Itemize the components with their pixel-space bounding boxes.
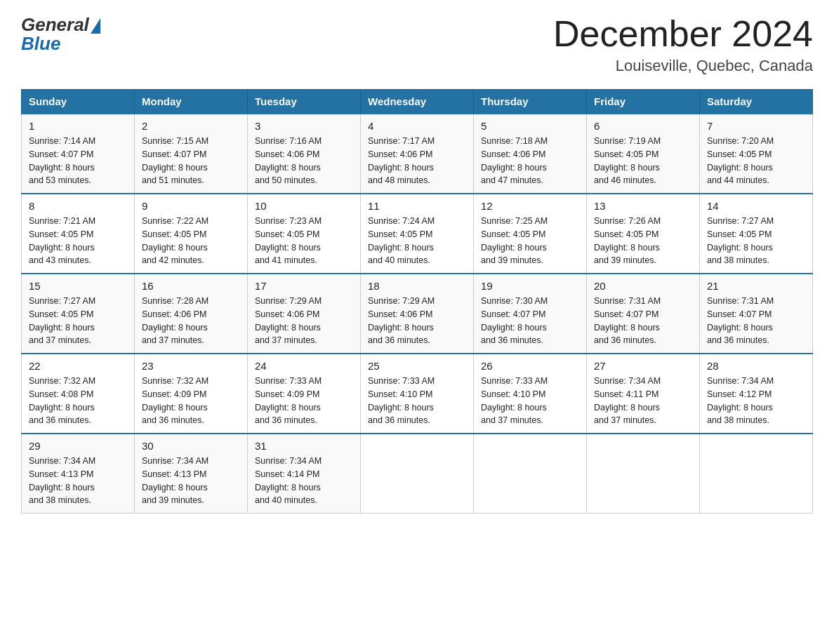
- calendar-day-cell: 21 Sunrise: 7:31 AM Sunset: 4:07 PM Dayl…: [700, 274, 813, 354]
- day-number: 30: [142, 440, 240, 452]
- day-number: 16: [142, 280, 240, 292]
- day-number: 6: [594, 120, 692, 132]
- day-info: Sunrise: 7:31 AM Sunset: 4:07 PM Dayligh…: [594, 295, 692, 347]
- day-number: 19: [481, 280, 579, 292]
- calendar-day-cell: 5 Sunrise: 7:18 AM Sunset: 4:06 PM Dayli…: [474, 114, 587, 194]
- calendar-day-cell: [587, 434, 700, 514]
- day-info: Sunrise: 7:30 AM Sunset: 4:07 PM Dayligh…: [481, 295, 579, 347]
- calendar-day-cell: 22 Sunrise: 7:32 AM Sunset: 4:08 PM Dayl…: [22, 354, 135, 434]
- calendar-day-cell: 16 Sunrise: 7:28 AM Sunset: 4:06 PM Dayl…: [135, 274, 248, 354]
- calendar-week-row: 29 Sunrise: 7:34 AM Sunset: 4:13 PM Dayl…: [22, 434, 813, 514]
- calendar-day-cell: 12 Sunrise: 7:25 AM Sunset: 4:05 PM Dayl…: [474, 194, 587, 274]
- day-info: Sunrise: 7:34 AM Sunset: 4:14 PM Dayligh…: [255, 455, 353, 507]
- day-info: Sunrise: 7:33 AM Sunset: 4:09 PM Dayligh…: [255, 375, 353, 427]
- day-number: 9: [142, 200, 240, 212]
- day-info: Sunrise: 7:24 AM Sunset: 4:05 PM Dayligh…: [368, 215, 466, 267]
- day-number: 26: [481, 360, 579, 372]
- col-header-saturday: Saturday: [700, 90, 813, 114]
- day-number: 3: [255, 120, 353, 132]
- day-info: Sunrise: 7:27 AM Sunset: 4:05 PM Dayligh…: [29, 295, 127, 347]
- calendar-day-cell: 4 Sunrise: 7:17 AM Sunset: 4:06 PM Dayli…: [361, 114, 474, 194]
- day-number: 23: [142, 360, 240, 372]
- title-block: December 2024 Louiseville, Quebec, Canad…: [553, 14, 813, 75]
- day-info: Sunrise: 7:17 AM Sunset: 4:06 PM Dayligh…: [368, 135, 466, 187]
- col-header-wednesday: Wednesday: [361, 90, 474, 114]
- calendar-day-cell: 24 Sunrise: 7:33 AM Sunset: 4:09 PM Dayl…: [248, 354, 361, 434]
- calendar-day-cell: 17 Sunrise: 7:29 AM Sunset: 4:06 PM Dayl…: [248, 274, 361, 354]
- calendar-day-cell: 2 Sunrise: 7:15 AM Sunset: 4:07 PM Dayli…: [135, 114, 248, 194]
- calendar-day-cell: 18 Sunrise: 7:29 AM Sunset: 4:06 PM Dayl…: [361, 274, 474, 354]
- logo-triangle-icon: [91, 18, 100, 34]
- day-info: Sunrise: 7:18 AM Sunset: 4:06 PM Dayligh…: [481, 135, 579, 187]
- calendar-day-cell: 3 Sunrise: 7:16 AM Sunset: 4:06 PM Dayli…: [248, 114, 361, 194]
- calendar-day-cell: 10 Sunrise: 7:23 AM Sunset: 4:05 PM Dayl…: [248, 194, 361, 274]
- day-number: 18: [368, 280, 466, 292]
- calendar-day-cell: 26 Sunrise: 7:33 AM Sunset: 4:10 PM Dayl…: [474, 354, 587, 434]
- calendar-day-cell: 6 Sunrise: 7:19 AM Sunset: 4:05 PM Dayli…: [587, 114, 700, 194]
- day-number: 13: [594, 200, 692, 212]
- day-info: Sunrise: 7:32 AM Sunset: 4:08 PM Dayligh…: [29, 375, 127, 427]
- month-title: December 2024: [553, 14, 813, 54]
- day-info: Sunrise: 7:20 AM Sunset: 4:05 PM Dayligh…: [707, 135, 805, 187]
- day-number: 5: [481, 120, 579, 132]
- day-info: Sunrise: 7:23 AM Sunset: 4:05 PM Dayligh…: [255, 215, 353, 267]
- day-number: 24: [255, 360, 353, 372]
- calendar-day-cell: 13 Sunrise: 7:26 AM Sunset: 4:05 PM Dayl…: [587, 194, 700, 274]
- calendar-day-cell: 28 Sunrise: 7:34 AM Sunset: 4:12 PM Dayl…: [700, 354, 813, 434]
- calendar-day-cell: 11 Sunrise: 7:24 AM Sunset: 4:05 PM Dayl…: [361, 194, 474, 274]
- calendar-day-cell: 19 Sunrise: 7:30 AM Sunset: 4:07 PM Dayl…: [474, 274, 587, 354]
- calendar-day-cell: 15 Sunrise: 7:27 AM Sunset: 4:05 PM Dayl…: [22, 274, 135, 354]
- calendar-week-row: 1 Sunrise: 7:14 AM Sunset: 4:07 PM Dayli…: [22, 114, 813, 194]
- calendar-day-cell: 31 Sunrise: 7:34 AM Sunset: 4:14 PM Dayl…: [248, 434, 361, 514]
- calendar-day-cell: 29 Sunrise: 7:34 AM Sunset: 4:13 PM Dayl…: [22, 434, 135, 514]
- day-number: 1: [29, 120, 127, 132]
- day-info: Sunrise: 7:31 AM Sunset: 4:07 PM Dayligh…: [707, 295, 805, 347]
- day-info: Sunrise: 7:15 AM Sunset: 4:07 PM Dayligh…: [142, 135, 240, 187]
- day-info: Sunrise: 7:33 AM Sunset: 4:10 PM Dayligh…: [368, 375, 466, 427]
- day-number: 29: [29, 440, 127, 452]
- day-number: 14: [707, 200, 805, 212]
- calendar-day-cell: 23 Sunrise: 7:32 AM Sunset: 4:09 PM Dayl…: [135, 354, 248, 434]
- col-header-thursday: Thursday: [474, 90, 587, 114]
- day-number: 28: [707, 360, 805, 372]
- calendar-day-cell: 9 Sunrise: 7:22 AM Sunset: 4:05 PM Dayli…: [135, 194, 248, 274]
- day-number: 25: [368, 360, 466, 372]
- col-header-monday: Monday: [135, 90, 248, 114]
- day-info: Sunrise: 7:19 AM Sunset: 4:05 PM Dayligh…: [594, 135, 692, 187]
- day-info: Sunrise: 7:16 AM Sunset: 4:06 PM Dayligh…: [255, 135, 353, 187]
- day-number: 17: [255, 280, 353, 292]
- day-info: Sunrise: 7:25 AM Sunset: 4:05 PM Dayligh…: [481, 215, 579, 267]
- day-info: Sunrise: 7:27 AM Sunset: 4:05 PM Dayligh…: [707, 215, 805, 267]
- calendar-week-row: 15 Sunrise: 7:27 AM Sunset: 4:05 PM Dayl…: [22, 274, 813, 354]
- day-number: 2: [142, 120, 240, 132]
- calendar-day-cell: 20 Sunrise: 7:31 AM Sunset: 4:07 PM Dayl…: [587, 274, 700, 354]
- day-info: Sunrise: 7:14 AM Sunset: 4:07 PM Dayligh…: [29, 135, 127, 187]
- day-info: Sunrise: 7:32 AM Sunset: 4:09 PM Dayligh…: [142, 375, 240, 427]
- logo-blue-text: Blue: [21, 33, 60, 55]
- day-info: Sunrise: 7:34 AM Sunset: 4:13 PM Dayligh…: [142, 455, 240, 507]
- day-info: Sunrise: 7:34 AM Sunset: 4:11 PM Dayligh…: [594, 375, 692, 427]
- day-number: 11: [368, 200, 466, 212]
- calendar-day-cell: 8 Sunrise: 7:21 AM Sunset: 4:05 PM Dayli…: [22, 194, 135, 274]
- calendar-day-cell: 7 Sunrise: 7:20 AM Sunset: 4:05 PM Dayli…: [700, 114, 813, 194]
- day-number: 4: [368, 120, 466, 132]
- day-info: Sunrise: 7:33 AM Sunset: 4:10 PM Dayligh…: [481, 375, 579, 427]
- calendar-header-row: SundayMondayTuesdayWednesdayThursdayFrid…: [22, 90, 813, 114]
- calendar-day-cell: 25 Sunrise: 7:33 AM Sunset: 4:10 PM Dayl…: [361, 354, 474, 434]
- calendar-day-cell: 14 Sunrise: 7:27 AM Sunset: 4:05 PM Dayl…: [700, 194, 813, 274]
- day-info: Sunrise: 7:21 AM Sunset: 4:05 PM Dayligh…: [29, 215, 127, 267]
- day-number: 8: [29, 200, 127, 212]
- day-info: Sunrise: 7:26 AM Sunset: 4:05 PM Dayligh…: [594, 215, 692, 267]
- day-info: Sunrise: 7:29 AM Sunset: 4:06 PM Dayligh…: [368, 295, 466, 347]
- day-info: Sunrise: 7:34 AM Sunset: 4:12 PM Dayligh…: [707, 375, 805, 427]
- day-number: 21: [707, 280, 805, 292]
- calendar-day-cell: [700, 434, 813, 514]
- day-number: 15: [29, 280, 127, 292]
- day-number: 20: [594, 280, 692, 292]
- calendar-week-row: 8 Sunrise: 7:21 AM Sunset: 4:05 PM Dayli…: [22, 194, 813, 274]
- calendar-day-cell: 27 Sunrise: 7:34 AM Sunset: 4:11 PM Dayl…: [587, 354, 700, 434]
- calendar-day-cell: 1 Sunrise: 7:14 AM Sunset: 4:07 PM Dayli…: [22, 114, 135, 194]
- calendar-table: SundayMondayTuesdayWednesdayThursdayFrid…: [21, 89, 813, 514]
- logo: General Blue: [21, 14, 100, 55]
- day-number: 10: [255, 200, 353, 212]
